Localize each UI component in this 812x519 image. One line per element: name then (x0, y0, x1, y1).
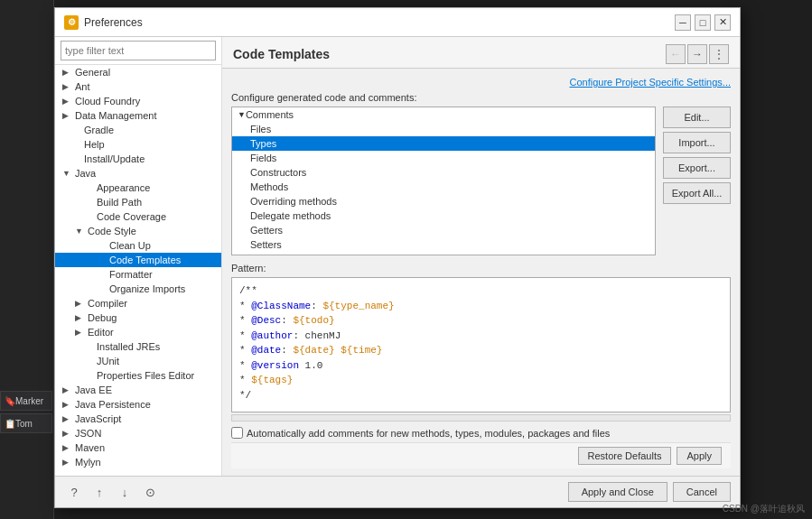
auto-comment-label: Automatically add comments for new metho… (247, 428, 610, 439)
sidebar-item-general[interactable]: ▶General (55, 65, 221, 79)
sidebar-item-code-style[interactable]: ▼Code Style (55, 224, 221, 238)
sidebar-item-javascript[interactable]: ▶JavaScript (55, 412, 221, 426)
dialog-icon: ⚙ (64, 15, 79, 30)
sidebar-item-json[interactable]: ▶JSON (55, 426, 221, 440)
template-item-label: Getters (250, 225, 283, 236)
checkbox-row: Automatically add comments for new metho… (231, 427, 731, 439)
sidebar-item-gradle[interactable]: Gradle (55, 123, 221, 137)
sidebar-item-label: Clean Up (109, 240, 151, 251)
sidebar-item-clean-up[interactable]: Clean Up (55, 238, 221, 253)
sidebar-item-compiler[interactable]: ▶Compiler (55, 296, 221, 310)
sidebar-item-label: Ant (75, 81, 90, 92)
config-link[interactable]: Configure Project Specific Settings... (569, 77, 731, 88)
sidebar-item-editor[interactable]: ▶Editor (55, 325, 221, 339)
sidebar-item-junit[interactable]: JUnit (55, 354, 221, 368)
maximize-button[interactable]: □ (695, 14, 711, 31)
template-tree-item[interactable]: Setters (232, 237, 655, 252)
pattern-line: /** (239, 283, 723, 299)
title-controls: ─ □ ✕ (675, 14, 731, 31)
help-icon[interactable]: ? (64, 482, 84, 502)
nav-menu-button[interactable]: ⋮ (709, 44, 729, 64)
export--button[interactable]: Export... (663, 157, 731, 179)
sidebar-item-installed-jres[interactable]: Installed JREs (55, 339, 221, 354)
export-icon[interactable]: ↑ (89, 482, 109, 502)
sidebar-item-label: Mylyn (75, 457, 101, 468)
sidebar-item-formatter[interactable]: Formatter (55, 267, 221, 282)
pattern-line: * ${tags} (239, 373, 723, 388)
sidebar-item-properties-files-editor[interactable]: Properties Files Editor (55, 368, 221, 383)
nav-forward-button[interactable]: → (687, 44, 707, 64)
tree-arrow-icon: ▶ (62, 97, 73, 106)
sidebar-item-maven[interactable]: ▶Maven (55, 440, 221, 455)
pattern-line: * @ClassName: ${type_name} (239, 299, 723, 314)
sidebar-item-cloud-foundry[interactable]: ▶Cloud Foundry (55, 94, 221, 108)
tree-arrow-icon: ▼ (62, 169, 73, 178)
tree-arrow-icon: ▶ (62, 68, 73, 77)
sidebar-item-appearance[interactable]: Appearance (55, 181, 221, 195)
template-tree-item[interactable]: Types (232, 136, 655, 151)
restore-defaults-button[interactable]: Restore Defaults (578, 447, 672, 465)
import--button[interactable]: Import... (663, 132, 731, 153)
sidebar-item-help[interactable]: Help (55, 137, 221, 152)
sidebar-item-build-path[interactable]: Build Path (55, 195, 221, 209)
dialog-footer: ?↑↓⊙ Apply and Close Cancel (55, 476, 740, 507)
side-buttons: Edit...Import...Export...Export All... (663, 107, 731, 255)
sidebar-item-code-coverage[interactable]: Code Coverage (55, 209, 221, 224)
filter-input[interactable] (61, 41, 216, 60)
sidebar-item-label: Editor (88, 327, 114, 338)
title-bar-left: ⚙ Preferences (64, 15, 143, 30)
sidebar-item-label: Cloud Foundry (75, 96, 140, 107)
sidebar-item-label: JavaScript (75, 413, 121, 424)
sidebar-item-mylyn[interactable]: ▶Mylyn (55, 455, 221, 469)
sidebar-item-java[interactable]: ▼Java (55, 166, 221, 181)
sidebar-item-install/update[interactable]: Install/Update (55, 152, 221, 166)
sidebar-item-ant[interactable]: ▶Ant (55, 79, 221, 94)
watermark: CSDN @落叶追秋风 (723, 503, 805, 515)
template-tree-item[interactable]: Constructors (232, 165, 655, 180)
cancel-button[interactable]: Cancel (673, 482, 731, 502)
template-tree-item[interactable]: Fields (232, 151, 655, 165)
template-item-label: Methods (250, 181, 288, 192)
template-tree-item[interactable]: Delegate methods (232, 209, 655, 223)
marker-icon: 🔖 (5, 396, 15, 406)
templates-area: Configure Project Specific Settings... C… (222, 69, 740, 476)
pattern-line: * @date: ${date} ${time} (239, 343, 723, 358)
horizontal-scrollbar[interactable] (231, 414, 731, 422)
sidebar-item-label: Appearance (97, 182, 150, 193)
import-icon[interactable]: ↓ (115, 482, 135, 502)
template-tree-item[interactable]: ▼ Comments (232, 107, 655, 122)
preferences-icon[interactable]: ⊙ (140, 482, 160, 502)
sidebar-item-label: Properties Files Editor (97, 370, 194, 381)
pattern-label: Pattern: (231, 263, 731, 273)
template-tree-item[interactable]: Methods (232, 180, 655, 194)
sidebar-item-organize-imports[interactable]: Organize Imports (55, 282, 221, 296)
auto-comment-checkbox[interactable] (231, 427, 243, 439)
tom-tab[interactable]: 📋 Tom (0, 413, 52, 433)
template-tree-item[interactable]: Modules (232, 252, 655, 255)
dialog-title: Preferences (84, 16, 143, 29)
tom-icon: 📋 (5, 419, 15, 429)
sidebar-item-debug[interactable]: ▶Debug (55, 310, 221, 325)
template-tree-item[interactable]: Files (232, 122, 655, 136)
edit--button[interactable]: Edit... (663, 107, 731, 128)
sidebar-item-java-ee[interactable]: ▶Java EE (55, 383, 221, 397)
sidebar-item-label: Code Coverage (97, 211, 166, 222)
export-all--button[interactable]: Export All... (663, 182, 731, 204)
sidebar-item-java-persistence[interactable]: ▶Java Persistence (55, 397, 221, 412)
template-item-label: Overriding methods (250, 196, 337, 207)
nav-back-button[interactable]: ← (666, 44, 686, 64)
apply-button[interactable]: Apply (677, 447, 722, 465)
sidebar-item-data-management[interactable]: ▶Data Management (55, 108, 221, 123)
marker-tab[interactable]: 🔖 Marker (0, 391, 52, 411)
minimize-button[interactable]: ─ (675, 14, 691, 31)
apply-close-button[interactable]: Apply and Close (568, 482, 667, 502)
tree-arrow-icon: ▶ (62, 443, 73, 452)
sidebar-item-label: Maven (75, 442, 105, 453)
content-header: Code Templates ← → ⋮ (222, 37, 740, 69)
template-tree-item[interactable]: Getters (232, 223, 655, 237)
sidebar-item-code-templates[interactable]: Code Templates (55, 253, 221, 267)
template-item-label: Constructors (250, 167, 306, 178)
close-button[interactable]: ✕ (714, 14, 731, 31)
template-tree-item[interactable]: Overriding methods (232, 194, 655, 209)
template-item-label: Delegate methods (250, 210, 331, 221)
